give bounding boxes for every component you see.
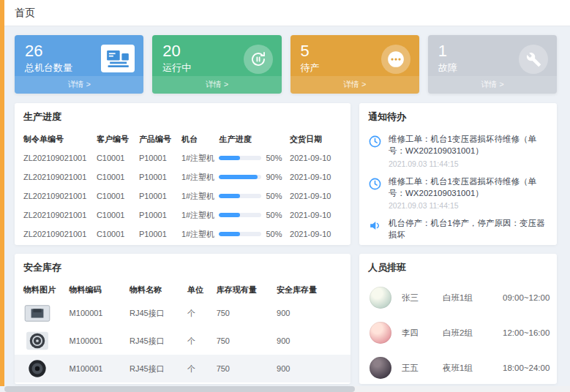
notice-item[interactable]: 维修工单：机台1变压器损坏待维修（单号：WX202109031001） 2021… [359, 172, 557, 214]
cell-order-no: ZL202109021001 [23, 154, 97, 162]
progress-fill [219, 156, 240, 160]
staff-list: 张三 白班1组 09:00~12:00 李四 白班2组 12:00~16:00 [359, 280, 557, 384]
progress-bar [219, 175, 261, 179]
avatar [370, 322, 391, 344]
staff-shift: 夜班1组 [443, 363, 503, 374]
panel-title: 生产进度 [15, 103, 350, 129]
speaker-photo [23, 358, 51, 379]
cell-delivery-date: 2021-09-10 [290, 154, 342, 162]
detail-link[interactable]: 详情 > [152, 76, 281, 94]
notice-timestamp: 2021.09.03 11:44:15 [389, 201, 548, 210]
notice-item[interactable]: 维修工单：机台1变压器损坏待维修（单号：WX202109031001） 2021… [359, 129, 557, 172]
cell-safety-qty: 900 [277, 364, 342, 373]
notice-text: 机台停产：机台1停产，停产原因：变压器损坏 [389, 218, 548, 241]
notices-panel: 通知待办 [359, 103, 557, 245]
staff-row: 李四 白班2组 12:00~16:00 [359, 315, 557, 350]
notice-body: 机台停产：机台1停产，停产原因：变压器损坏 2021.09.03 11:44:1… [389, 218, 548, 245]
cell-unit: 个 [187, 363, 217, 374]
table-row: ZL202109021001 C10001 P10001 1#注塑机 50% 2… [15, 148, 350, 167]
staff-name: 李四 [402, 328, 443, 339]
cell-machine: 1#注塑机 [181, 229, 220, 240]
material-photo [23, 331, 51, 351]
notice-type-icon [368, 135, 383, 149]
progress-percent: 50% [266, 230, 282, 238]
cell-machine: 1#注塑机 [181, 172, 220, 183]
notice-type-icon [368, 219, 383, 233]
machine-icon [101, 45, 135, 72]
cell-product-no: P10001 [139, 230, 181, 238]
table-row: ZL202109021001 C10001 P10001 1#注塑机 50% 2… [15, 225, 350, 244]
scrollbar-thumb[interactable] [4, 386, 355, 392]
stat-card-fault[interactable]: 1 故障 详情 > [428, 35, 557, 94]
staff-name: 张三 [402, 293, 443, 304]
column-header: 安全库存量 [277, 284, 342, 295]
cell-product-no: P10001 [139, 192, 181, 200]
notice-item[interactable]: 机台停产：机台1停产，停产原因：变压器损坏 2021.09.03 11:44:1… [359, 214, 557, 245]
staff-time-range: 18:00~24:00 [503, 363, 550, 372]
cell-delivery-date: 2021-09-10 [290, 230, 342, 238]
cell-machine: 1#注塑机 [181, 153, 220, 164]
round-connector-photo [23, 331, 51, 351]
cell-order-no: ZL202109021001 [23, 211, 97, 219]
notice-body: 维修工单：机台1变压器损坏待维修（单号：WX202109031001） 2021… [389, 176, 548, 211]
progress-percent: 50% [266, 211, 282, 219]
table-row: M100001 RJ45接口 个 750 900 [15, 355, 350, 382]
progress-fill [219, 194, 240, 198]
running-icon [244, 45, 273, 74]
cell-delivery-date: 2021-09-10 [290, 192, 342, 200]
table-row: M100001 RJ45接口 个 750 900 [15, 327, 350, 355]
cell-progress: 90% [219, 173, 290, 181]
cell-material-name: RJ45接口 [130, 363, 187, 374]
cell-stock-qty: 750 [217, 336, 277, 345]
progress-bar [219, 156, 261, 160]
staff-time-range: 09:00~12:00 [503, 293, 550, 302]
staff-shift: 白班2组 [443, 328, 503, 339]
standby-ellipsis-icon [381, 45, 410, 74]
panel-grid: 生产进度 制令单编号 客户编号 产品编号 机台 生产进度 交货日期 [15, 103, 557, 384]
page-title[interactable]: 首页 [15, 7, 35, 20]
cell-order-no: ZL202109021001 [23, 192, 97, 200]
avatar [370, 357, 391, 379]
cell-material-code: M100001 [70, 364, 130, 373]
material-photo [23, 303, 51, 323]
speaker-icon [368, 219, 382, 233]
cell-progress: 50% [219, 211, 290, 219]
progress-bar [219, 232, 261, 236]
cell-material-name: RJ45接口 [130, 336, 187, 347]
fault-tools-icon [519, 45, 548, 74]
progress-percent: 50% [266, 192, 282, 200]
cell-progress: 50% [219, 154, 290, 162]
progress-bar [219, 194, 261, 198]
progress-fill [219, 232, 240, 236]
table-row: ZL202109021001 C10001 P10001 1#注塑机 50% 2… [15, 186, 350, 206]
staff-time-range: 12:00~16:00 [503, 328, 550, 337]
stat-card-running[interactable]: 20 运行中 详情 > [152, 35, 281, 94]
detail-link[interactable]: 详情 > [290, 76, 419, 94]
cell-order-no: ZL202109021001 [23, 230, 97, 238]
cell-product-no: P10001 [139, 211, 181, 219]
notice-timestamp: 2021.09.03 11:44:15 [389, 159, 548, 168]
staff-shift: 白班1组 [443, 293, 503, 304]
detail-link[interactable]: 详情 > [15, 76, 143, 94]
notice-type-icon [368, 177, 383, 192]
production-progress-panel: 生产进度 制令单编号 客户编号 产品编号 机台 生产进度 交货日期 [15, 103, 350, 245]
inventory-table-header: 物料图片 物料编码 物料名称 单位 库存现有量 安全库存量 [15, 280, 350, 299]
notice-timestamp: 2021.09.03 11:44:15 [389, 244, 548, 245]
column-header: 物料名称 [130, 284, 187, 295]
detail-link[interactable]: 详情 > [428, 76, 557, 94]
left-accent-bar [0, 0, 4, 386]
staff-name: 王五 [402, 363, 443, 374]
stat-card-total-machines[interactable]: 26 总机台数量 详情 > [15, 35, 143, 94]
cell-delivery-date: 2021-09-10 [290, 173, 342, 181]
rj45-photo [23, 303, 51, 323]
cell-machine: 1#注塑机 [181, 210, 220, 221]
stat-card-standby[interactable]: 5 待产 详情 > [290, 35, 419, 94]
production-table-header: 制令单编号 客户编号 产品编号 机台 生产进度 交货日期 [15, 129, 350, 148]
clock-icon [368, 177, 382, 191]
column-header: 生产进度 [219, 134, 290, 145]
cell-machine: 1#注塑机 [181, 191, 220, 202]
cell-unit: 个 [187, 308, 217, 319]
horizontal-scrollbar[interactable] [4, 386, 570, 392]
cell-product-no: P10001 [139, 173, 181, 181]
table-row: M100001 RJ45接口 个 750 900 [15, 299, 350, 327]
